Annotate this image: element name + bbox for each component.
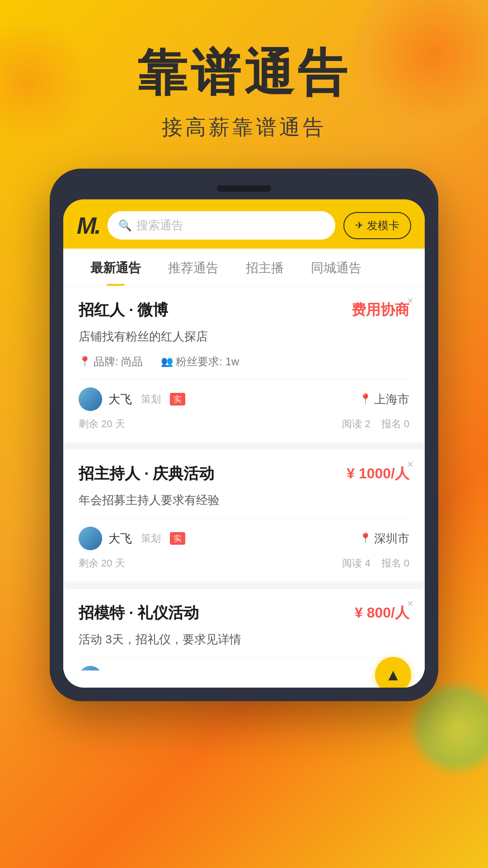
job-card-1[interactable]: × 招红人 · 微博 费用协商 店铺找有粉丝的红人探店 📍 品牌: 尚品 👥: [63, 286, 425, 443]
card-price-1: 费用协商: [352, 300, 409, 320]
cards-area[interactable]: × 招红人 · 微博 费用协商 店铺找有粉丝的红人探店 📍 品牌: 尚品 👥: [63, 286, 425, 670]
phone-container: M. 🔍 搜索通告 ✈ 发模卡 最新通告 推荐通告: [0, 169, 488, 701]
user-role-1: 策划: [141, 392, 161, 406]
send-icon: ✈: [355, 220, 363, 231]
close-button-2[interactable]: ×: [403, 457, 418, 472]
hero-subtitle: 接高薪靠谱通告: [0, 113, 488, 142]
apply-count-2: 报名 0: [381, 557, 409, 570]
phone-notch-bar: [63, 182, 425, 195]
card-stats-2: 阅读 4 报名 0: [342, 557, 409, 570]
apply-count-1: 报名 0: [381, 417, 409, 431]
avatar-img-1: [79, 387, 102, 411]
verified-badge-1: 实: [170, 393, 185, 406]
card-header-2: 招主持人 · 庆典活动 ¥ 1000/人: [79, 463, 409, 484]
location-label-2: 深圳市: [374, 531, 409, 547]
card-divider-1: [79, 379, 409, 379]
avatar-img-3: [79, 666, 102, 670]
card-user-2: 大飞 策划 实: [79, 527, 185, 550]
location-icon-pin-2: 📍: [359, 533, 371, 544]
card-header-3: 招模特 · 礼仪活动 ¥ 800/人: [79, 603, 409, 623]
up-arrow-icon: ▲: [385, 665, 401, 684]
card-user-3: 大飞 策划 实: [79, 666, 185, 670]
fans-icon-1: 👥: [161, 356, 173, 368]
card-desc-1: 店铺找有粉丝的红人探店: [79, 328, 409, 345]
card-footer-3: 大飞 策划 实 📍 青岛市: [79, 666, 409, 670]
post-button[interactable]: ✈ 发模卡: [343, 212, 411, 239]
user-name-3: 大飞: [108, 670, 132, 671]
card-divider-2: [79, 518, 409, 519]
hero-section: 靠谱通告 接高薪靠谱通告: [0, 0, 488, 169]
phone-notch-pill: [217, 185, 271, 192]
avatar-2: [79, 527, 102, 550]
card-title-2: 招主持人 · 庆典活动: [79, 463, 214, 484]
avatar-3: [79, 666, 102, 670]
avatar-img-2: [79, 527, 102, 550]
location-icon-1: 📍: [79, 356, 91, 368]
read-count-2: 阅读 4: [342, 557, 370, 570]
app-logo: M.: [77, 212, 99, 239]
brand-label-1: 品牌: 尚品: [94, 354, 143, 369]
card-user-1: 大飞 策划 实: [79, 387, 185, 411]
card-tags-1: 📍 品牌: 尚品 👥 粉丝要求: 1w: [79, 354, 409, 369]
location-icon-pin-1: 📍: [359, 393, 371, 405]
card-meta-2: 剩余 20 天 阅读 4 报名 0: [79, 557, 409, 570]
search-bar[interactable]: 🔍 搜索通告: [108, 211, 335, 240]
brand-tag-1: 📍 品牌: 尚品: [79, 354, 143, 369]
tab-local[interactable]: 同城通告: [297, 249, 375, 286]
job-card-2[interactable]: × 招主持人 · 庆典活动 ¥ 1000/人 年会招募主持人要求有经验 大飞: [63, 450, 425, 582]
card-price-3: ¥ 800/人: [355, 603, 409, 623]
hero-title: 靠谱通告: [0, 45, 488, 100]
post-button-label: 发模卡: [367, 218, 399, 233]
search-icon: 🔍: [118, 219, 132, 232]
card-location-2: 📍 深圳市: [359, 531, 409, 547]
search-placeholder: 搜索通告: [136, 217, 183, 233]
phone-outer: M. 🔍 搜索通告 ✈ 发模卡 最新通告 推荐通告: [50, 169, 438, 701]
fans-tag-1: 👥 粉丝要求: 1w: [161, 354, 239, 369]
user-name-1: 大飞: [108, 392, 132, 407]
fans-label-1: 粉丝要求: 1w: [176, 354, 239, 369]
location-label-1: 上海市: [374, 392, 409, 407]
card-title-3: 招模特 · 礼仪活动: [79, 603, 199, 623]
user-name-2: 大飞: [108, 531, 132, 547]
card-desc-3: 活动 3天，招礼仪，要求见详情: [79, 631, 409, 648]
card-location-1: 📍 上海市: [359, 392, 409, 407]
user-role-2: 策划: [141, 532, 161, 545]
card-footer-2: 大飞 策划 实 📍 深圳市: [79, 527, 409, 550]
tab-recommended[interactable]: 推荐通告: [155, 249, 232, 286]
card-stats-1: 阅读 2 报名 0: [342, 417, 409, 431]
card-title-1: 招红人 · 微博: [79, 300, 168, 321]
avatar-1: [79, 387, 102, 411]
tabs-row: 最新通告 推荐通告 招主播 同城通告: [63, 249, 425, 286]
card-divider-3: [79, 657, 409, 658]
tab-streamer[interactable]: 招主播: [232, 249, 297, 286]
card-footer-1: 大飞 策划 实 📍 上海市: [79, 387, 409, 411]
card-price-2: ¥ 1000/人: [347, 464, 409, 484]
days-left-2: 剩余 20 天: [79, 557, 125, 570]
card-meta-1: 剩余 20 天 阅读 2 报名 0: [79, 417, 409, 431]
close-button-3[interactable]: ×: [403, 596, 418, 611]
phone-screen: M. 🔍 搜索通告 ✈ 发模卡 最新通告 推荐通告: [63, 199, 425, 688]
days-left-1: 剩余 20 天: [79, 417, 125, 431]
job-card-3[interactable]: × 招模特 · 礼仪活动 ¥ 800/人 活动 3天，招礼仪，要求见详情 大飞: [63, 589, 425, 670]
verified-badge-2: 实: [170, 532, 185, 545]
tab-latest[interactable]: 最新通告: [77, 249, 155, 286]
card-desc-2: 年会招募主持人要求有经验: [79, 491, 409, 509]
read-count-1: 阅读 2: [342, 417, 370, 431]
app-header: M. 🔍 搜索通告 ✈ 发模卡: [63, 199, 425, 249]
card-header-1: 招红人 · 微博 费用协商: [79, 300, 409, 321]
close-button-1[interactable]: ×: [403, 293, 418, 308]
